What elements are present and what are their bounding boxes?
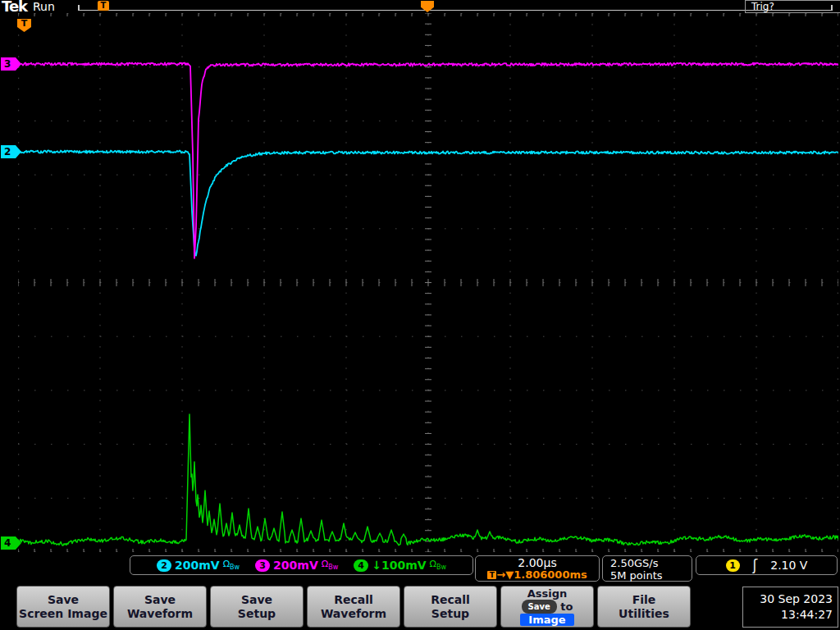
trigger-slope-icon: ʃ — [753, 559, 758, 572]
ch4-scale: ↓100mV — [372, 559, 426, 572]
assign-save-to-image-button[interactable]: Assign Save to Image — [500, 586, 594, 628]
oscilloscope-screen: Tek Run T Trig? T 3 2 4 2 200mV ΩBw 3 20… — [0, 0, 840, 630]
recall-setup-button[interactable]: Recall Setup — [404, 586, 497, 628]
save-setup-button[interactable]: Save Setup — [210, 586, 304, 628]
trigger-position-readout: T→▼1.806000ms — [476, 569, 599, 581]
ch2-readout[interactable]: 2 200mV ΩBw — [157, 559, 240, 572]
time-label: 13:44:27 — [743, 607, 833, 623]
sample-rate: 2.50GS/s — [610, 557, 692, 569]
date-label: 30 Sep 2023 — [743, 591, 833, 607]
trigger-readout[interactable]: 1 ʃ 2.10 V — [696, 555, 838, 575]
file-utilities-button[interactable]: File Utilities — [597, 586, 691, 628]
recall-waveform-button[interactable]: Recall Waveform — [307, 586, 400, 628]
ch2-badge[interactable]: 2 — [157, 559, 171, 572]
acquisition-status: Run — [33, 0, 55, 13]
timebase-scale: 2.00µs — [476, 556, 599, 569]
save-waveform-button[interactable]: Save Waveform — [113, 586, 207, 628]
ch2-scale: 200mV — [175, 559, 220, 572]
channel-readouts[interactable]: 2 200mV ΩBw 3 200mV ΩBw 4 ↓100mV ΩBw — [130, 555, 473, 575]
ch2-coupling: ΩBw — [223, 559, 240, 571]
trigger-t-icon: T — [487, 571, 496, 579]
ch4-readout[interactable]: 4 ↓100mV ΩBw — [354, 559, 446, 572]
trigger-status-label: Trig? — [745, 0, 840, 13]
waveform-ch4 — [18, 414, 838, 546]
timebase-readout[interactable]: 2.00µs T→▼1.806000ms — [475, 555, 600, 582]
waveform-display — [18, 13, 838, 552]
acquisition-readout[interactable]: 2.50GS/s 5M points — [602, 555, 692, 582]
trigger-source-badge[interactable]: 1 — [726, 559, 740, 572]
datetime-display: 30 Sep 2023 13:44:27 — [742, 587, 838, 628]
ch4-badge[interactable]: 4 — [354, 559, 368, 572]
save-pill-badge: Save — [522, 600, 557, 614]
record-trigger-marker[interactable]: T — [98, 1, 109, 11]
ch4-coupling: ΩBw — [430, 559, 446, 571]
trigger-level-value: 2.10 V — [770, 559, 807, 572]
ch3-badge[interactable]: 3 — [255, 559, 270, 572]
record-length: 5M points — [610, 569, 692, 582]
ch3-readout[interactable]: 3 200mV ΩBw — [255, 559, 338, 572]
record-view-bar — [78, 10, 833, 11]
save-screen-image-button[interactable]: Save Screen Image — [16, 586, 110, 628]
ch3-scale: 200mV — [273, 559, 318, 572]
ch3-coupling: ΩBw — [322, 559, 338, 571]
assign-target-image-highlight: Image — [520, 614, 573, 626]
